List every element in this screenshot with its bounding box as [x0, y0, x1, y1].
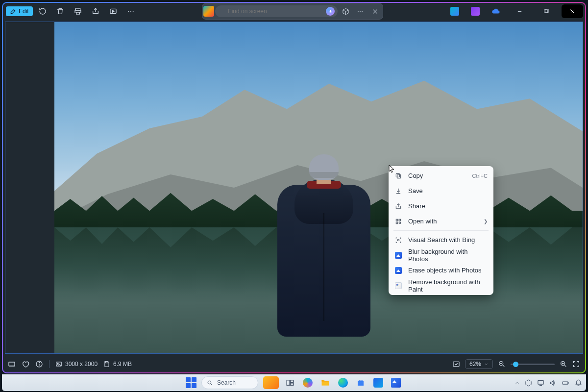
- more-button[interactable]: [123, 4, 139, 18]
- clipchamp-icon: [471, 7, 480, 16]
- svg-point-13: [362, 11, 363, 12]
- image-icon: [55, 361, 62, 368]
- box-actions-button[interactable]: [339, 4, 352, 18]
- image-viewer[interactable]: [5, 22, 583, 354]
- copilot-logo-icon: [203, 6, 214, 17]
- svg-rect-28: [106, 362, 108, 363]
- tray-volume[interactable]: [549, 379, 557, 387]
- filmstrip-button[interactable]: [8, 360, 16, 368]
- svg-rect-49: [538, 380, 543, 384]
- share-button[interactable]: [88, 4, 103, 18]
- more-icon: [127, 7, 135, 15]
- ctx-erase-objects[interactable]: Erase objects with Photos: [389, 263, 493, 278]
- share-icon: [92, 7, 99, 15]
- print-button[interactable]: [70, 4, 86, 18]
- context-menu: Copy Ctrl+C Save Share Open with ❯ Visua…: [389, 166, 493, 295]
- info-button[interactable]: [35, 360, 43, 368]
- minimize-button[interactable]: [509, 4, 530, 18]
- chevron-up-icon: [514, 380, 520, 386]
- taskbar-store[interactable]: [354, 376, 367, 389]
- zoom-in-icon: [560, 360, 567, 368]
- fullscreen-icon: [572, 360, 580, 368]
- svg-point-44: [208, 381, 211, 384]
- svg-point-6: [130, 11, 131, 12]
- disk-icon: [103, 361, 110, 368]
- zoom-out-icon: [498, 360, 506, 368]
- svg-rect-46: [287, 380, 290, 386]
- close-window-button[interactable]: [562, 4, 583, 18]
- designer-button[interactable]: [447, 4, 463, 18]
- svg-rect-38: [396, 173, 399, 177]
- taskbar-edge[interactable]: [337, 376, 349, 389]
- taskbar-search[interactable]: Search: [201, 376, 258, 389]
- battery-icon: [562, 379, 570, 387]
- zoom-in-button[interactable]: [560, 360, 567, 368]
- zoom-out-button[interactable]: [498, 360, 506, 368]
- maximize-icon: [543, 9, 549, 14]
- svg-line-31: [503, 365, 504, 367]
- taskbar-copilot[interactable]: [301, 376, 314, 389]
- more-icon: [357, 8, 364, 15]
- taskbar-photos[interactable]: [390, 376, 402, 389]
- ctx-blur-background[interactable]: Blur background with Photos: [389, 247, 493, 263]
- share-icon: [394, 203, 402, 210]
- trash-icon: [56, 7, 64, 15]
- svg-rect-47: [291, 380, 294, 383]
- tray-battery[interactable]: [562, 379, 570, 387]
- svg-point-25: [39, 362, 39, 363]
- tray-notifications[interactable]: [575, 379, 582, 387]
- ctx-copy[interactable]: Copy Ctrl+C: [389, 168, 493, 183]
- svg-point-12: [360, 11, 361, 12]
- tray-app[interactable]: [525, 379, 532, 387]
- fullscreen-button[interactable]: [572, 360, 580, 368]
- svg-point-5: [128, 11, 129, 12]
- start-button[interactable]: [186, 377, 196, 388]
- ctx-open-with[interactable]: Open with ❯: [389, 214, 493, 229]
- filesize-display: 6.9 MB: [103, 361, 132, 368]
- rotate-button[interactable]: [35, 4, 50, 18]
- clipchamp-button[interactable]: [467, 4, 483, 18]
- svg-marker-51: [551, 381, 554, 385]
- zoom-slider[interactable]: [511, 364, 555, 365]
- find-on-screen-input[interactable]: [215, 5, 338, 17]
- copilot-close-button[interactable]: [368, 4, 382, 18]
- box-icon: [525, 379, 532, 387]
- svg-rect-48: [291, 383, 294, 386]
- taskbar-taskview[interactable]: [284, 376, 296, 389]
- svg-rect-40: [399, 219, 401, 221]
- volume-icon: [549, 379, 557, 387]
- visual-search-icon: [394, 237, 402, 244]
- taskbar: Search: [2, 374, 586, 391]
- svg-rect-29: [453, 362, 459, 366]
- favorite-button[interactable]: [22, 360, 29, 368]
- print-icon: [74, 7, 82, 15]
- zoom-dropdown[interactable]: 62%: [465, 359, 493, 369]
- ctx-visual-search[interactable]: Visual Search with Bing: [389, 232, 493, 247]
- edit-icon: [10, 8, 17, 15]
- delete-button[interactable]: [52, 4, 68, 18]
- paint-icon: [395, 282, 402, 289]
- edit-button[interactable]: Edit: [6, 6, 33, 16]
- slideshow-icon: [109, 7, 117, 15]
- ctx-remove-background[interactable]: Remove background with Paint: [389, 278, 493, 293]
- fit-screen-button[interactable]: [452, 360, 460, 368]
- taskbar-widget[interactable]: [263, 376, 279, 389]
- slideshow-button[interactable]: [105, 4, 121, 18]
- bell-icon: [575, 379, 582, 387]
- maximize-button[interactable]: [535, 4, 557, 18]
- photos-icon: [395, 252, 402, 259]
- box-icon: [342, 8, 349, 15]
- chevron-down-icon: [484, 362, 489, 367]
- svg-marker-4: [112, 10, 114, 12]
- close-icon: [569, 8, 575, 14]
- svg-rect-39: [396, 219, 398, 221]
- onedrive-button[interactable]: [488, 4, 504, 18]
- svg-point-43: [397, 239, 399, 241]
- ctx-share[interactable]: Share: [389, 198, 493, 214]
- taskbar-app-blue[interactable]: [372, 376, 385, 389]
- copilot-more-button[interactable]: [353, 4, 367, 18]
- tray-network[interactable]: [537, 379, 544, 387]
- taskbar-explorer[interactable]: [319, 376, 332, 389]
- tray-chevron[interactable]: [514, 380, 520, 386]
- ctx-save[interactable]: Save: [389, 183, 493, 198]
